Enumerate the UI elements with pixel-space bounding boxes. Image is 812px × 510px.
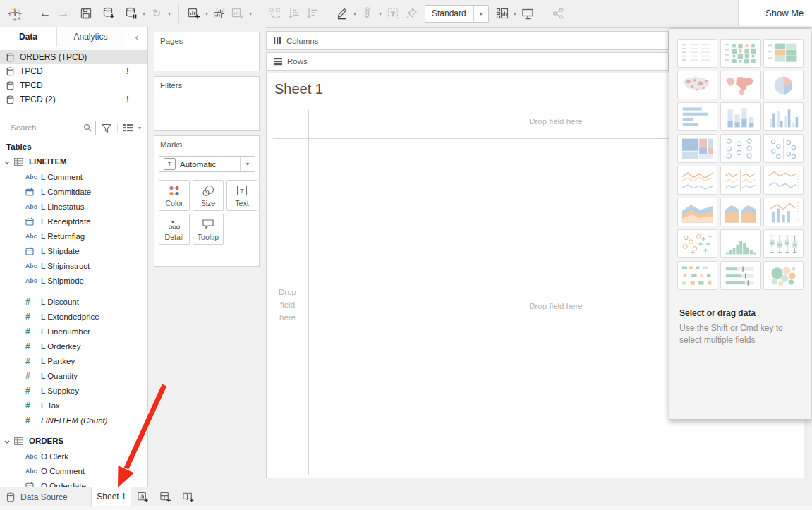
show-mark-labels-icon[interactable]: T: [384, 4, 402, 23]
data-source-item[interactable]: ORDERS (TPCD): [0, 50, 147, 64]
tab-analytics[interactable]: Analytics: [57, 27, 124, 47]
new-worksheet-button[interactable]: [131, 487, 154, 506]
columns-shelf[interactable]: Columns: [266, 31, 669, 50]
show-me-filled-map-thumbnail[interactable]: [720, 71, 761, 99]
table-group-header[interactable]: ORDERS: [0, 433, 147, 449]
pages-card[interactable]: Pages: [154, 32, 260, 71]
chevron-down-icon[interactable]: [4, 440, 10, 444]
size-button[interactable]: Size: [193, 180, 224, 211]
field-item[interactable]: #L Tax: [0, 398, 147, 413]
field-item[interactable]: L Receiptdate: [0, 214, 147, 229]
field-item[interactable]: AbcL Shipinstruct: [0, 258, 147, 273]
field-item[interactable]: AbcL Comment: [0, 169, 147, 184]
view-options-caret-icon[interactable]: ▾: [136, 125, 143, 131]
redo-icon[interactable]: →: [54, 4, 73, 23]
field-item[interactable]: O Orderdate: [0, 478, 147, 487]
new-data-source-icon[interactable]: [99, 4, 118, 23]
show-me-scatter-plot-thumbnail[interactable]: [677, 229, 717, 258]
field-item[interactable]: #L Suppkey: [0, 383, 147, 398]
duplicate-sheet-icon[interactable]: [210, 4, 229, 23]
show-me-dual-lines-thumbnail[interactable]: [763, 166, 804, 195]
tab-data[interactable]: Data: [0, 27, 57, 47]
field-item[interactable]: L Commitdate: [0, 184, 147, 199]
field-item[interactable]: AbcL Linestatus: [0, 199, 147, 214]
show-me-circle-views-thumbnail[interactable]: [720, 134, 761, 163]
color-button[interactable]: Color: [159, 180, 190, 211]
new-worksheet-caret-icon[interactable]: ▾: [203, 11, 210, 17]
show-me-packed-bubbles-thumbnail[interactable]: [763, 261, 804, 290]
rows-shelf[interactable]: Rows: [266, 52, 669, 71]
field-item[interactable]: #L Linenumber: [0, 324, 147, 339]
new-worksheet-icon[interactable]: [185, 4, 203, 23]
tab-sheet-1[interactable]: Sheet 1: [92, 487, 131, 506]
fit-select[interactable]: Standard ▾: [425, 5, 489, 23]
sort-ascending-icon[interactable]: [284, 4, 303, 23]
show-me-gantt-thumbnail[interactable]: [677, 261, 717, 290]
show-me-treemap-thumbnail[interactable]: [677, 134, 717, 163]
search-input[interactable]: [6, 123, 83, 132]
show-me-histogram-thumbnail[interactable]: [720, 229, 761, 258]
search-box[interactable]: [6, 121, 96, 135]
highlight-icon[interactable]: [333, 4, 351, 23]
show-me-highlight-table-thumbnail[interactable]: [720, 39, 761, 68]
show-me-bullet-graph-thumbnail[interactable]: [720, 261, 761, 290]
show-me-side-by-side-circles-thumbnail[interactable]: [763, 134, 804, 163]
tooltip-button[interactable]: Tooltip: [193, 214, 224, 245]
table-group-header[interactable]: LINEITEM: [0, 154, 147, 169]
show-me-stacked-bars-thumbnail[interactable]: [720, 102, 761, 131]
mark-type-dropdown[interactable]: T Automatic ▾: [159, 156, 255, 172]
show-me-side-by-side-bars-thumbnail[interactable]: [763, 102, 804, 131]
undo-icon[interactable]: ←: [36, 4, 54, 23]
show-me-discrete-area-thumbnail[interactable]: [720, 198, 761, 226]
clear-sheet-icon[interactable]: [229, 4, 247, 23]
show-hide-cards-icon[interactable]: [493, 4, 511, 23]
show-me-button[interactable]: Show Me: [738, 0, 812, 26]
group-members-icon[interactable]: [358, 4, 377, 23]
detail-button[interactable]: Detail: [159, 214, 190, 245]
show-me-horizontal-bars-thumbnail[interactable]: [677, 102, 717, 131]
data-source-item[interactable]: TPCD (2)!: [0, 92, 147, 107]
field-item[interactable]: L Shipdate: [0, 243, 147, 258]
field-item[interactable]: #L Quantity: [0, 368, 147, 383]
field-item[interactable]: #L Discount: [0, 294, 147, 309]
pause-auto-updates-icon[interactable]: [122, 4, 140, 23]
fix-axes-icon[interactable]: [402, 4, 420, 23]
show-me-discrete-lines-thumbnail[interactable]: [720, 166, 761, 195]
sort-descending-icon[interactable]: [303, 4, 321, 23]
field-item[interactable]: #LINEITEM (Count): [0, 413, 147, 427]
save-icon[interactable]: [77, 4, 95, 23]
filters-card[interactable]: Filters: [154, 76, 260, 131]
field-item[interactable]: AbcO Comment: [0, 463, 147, 478]
highlight-caret-icon[interactable]: ▾: [351, 11, 358, 17]
new-story-button[interactable]: [176, 487, 199, 506]
group-caret-icon[interactable]: ▾: [377, 11, 384, 17]
data-source-item[interactable]: TPCD: [0, 78, 147, 92]
clear-sheet-caret-icon[interactable]: ▾: [247, 11, 254, 17]
show-me-dual-combination-thumbnail[interactable]: [763, 198, 804, 226]
fit-select-caret-icon[interactable]: ▾: [473, 6, 488, 22]
view-options-icon[interactable]: [117, 123, 133, 133]
field-item[interactable]: AbcL Returnflag: [0, 229, 147, 243]
show-me-pie-chart-thumbnail[interactable]: [763, 71, 804, 99]
collapse-pane-icon[interactable]: ‹: [126, 27, 147, 47]
show-me-continuous-area-thumbnail[interactable]: [677, 198, 717, 226]
show-me-heatmap-table-thumbnail[interactable]: [763, 39, 804, 68]
share-icon[interactable]: [549, 4, 567, 23]
field-item[interactable]: #L Orderkey: [0, 339, 147, 353]
swap-rows-columns-icon[interactable]: [266, 4, 284, 23]
show-me-box-and-whisker-thumbnail[interactable]: [763, 229, 804, 258]
new-dashboard-button[interactable]: [154, 487, 176, 506]
drop-zone-rows[interactable]: Dropfieldhere: [267, 286, 308, 324]
tab-data-source[interactable]: Data Source: [0, 487, 92, 506]
show-me-text-table-thumbnail[interactable]: [677, 39, 717, 68]
field-item[interactable]: #L Partkey: [0, 353, 147, 368]
data-source-item[interactable]: TPCD!: [0, 64, 147, 78]
run-updates-caret-icon[interactable]: ▾: [166, 11, 173, 17]
run-updates-icon[interactable]: ↻: [147, 4, 166, 23]
presentation-mode-icon[interactable]: [519, 4, 537, 23]
chevron-down-icon[interactable]: [4, 161, 10, 164]
field-item[interactable]: #L Extendedprice: [0, 309, 147, 324]
show-me-symbol-map-thumbnail[interactable]: [677, 71, 717, 99]
mark-type-caret-icon[interactable]: ▾: [240, 157, 255, 171]
field-item[interactable]: AbcO Clerk: [0, 449, 147, 463]
